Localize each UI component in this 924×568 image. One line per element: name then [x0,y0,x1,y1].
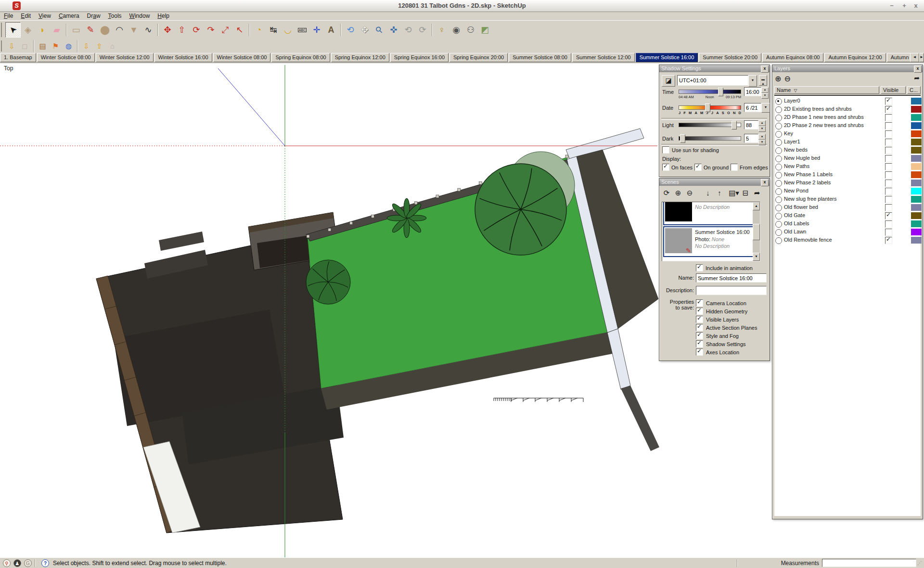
scene-tab-12[interactable]: Summer Solstice 20:00 [699,53,761,62]
scene-tab-10[interactable]: Summer Solstice 12:00 [572,53,635,62]
offset-tool-icon[interactable]: ↖ [232,23,247,37]
scene-tab-8[interactable]: Spring Equinox 20:00 [449,53,508,62]
line-tool-icon[interactable]: ✎ [83,23,98,37]
photo-textures-icon[interactable]: ▤ [36,40,49,52]
make-component-icon[interactable]: ◈ [21,23,35,37]
tab-scroll-left-button[interactable]: ◄ [910,53,919,62]
layer-radio[interactable] [775,205,782,211]
date-slider[interactable] [679,103,741,111]
layer-radio[interactable] [775,115,782,121]
layer-radio[interactable] [775,155,782,162]
layer-color-swatch[interactable] [911,98,922,104]
layer-visible-checkbox[interactable] [885,98,892,105]
on-ground-checkbox[interactable] [694,164,702,171]
layer-radio[interactable] [775,213,782,219]
dimension-tool-icon[interactable]: ↹ [266,23,281,37]
layer-radio[interactable] [775,237,782,244]
scene-list-item-1[interactable]: ✎Summer Solstice 16:00Photo: NoneNo Desc… [663,226,759,257]
layer-radio[interactable] [775,147,782,154]
scene-tab-4[interactable]: Winter Solstice 08:00 [213,53,271,62]
scene-tab-6[interactable]: Spring Equinox 12:00 [331,53,389,62]
layer-radio[interactable] [775,172,782,179]
layer-radio[interactable] [775,229,782,236]
shadow-settings-close-icon[interactable]: x [761,65,769,73]
layer-row-15[interactable]: Old Labels [774,220,921,228]
credit-status-icon[interactable]: ♟ [13,559,21,567]
help-icon[interactable]: ? [41,559,49,567]
layer-color-swatch[interactable] [911,171,922,178]
get-models-icon[interactable]: ⇩ [80,40,93,52]
layer-row-12[interactable]: New slug free planters [774,195,921,204]
rotate-tool-icon[interactable]: ⟳ [189,23,204,37]
scene-tab-7[interactable]: Spring Equinox 16:00 [390,53,449,62]
layer-row-10[interactable]: New Phase 2 labels [774,179,921,187]
move-scene-up-button[interactable]: ↑ [714,188,725,198]
layer-radio[interactable] [775,164,782,170]
light-slider[interactable] [679,121,741,129]
scroll-down-icon[interactable]: ▼ [753,253,760,261]
paint-bucket-icon[interactable]: ◗ [35,23,50,37]
layer-row-5[interactable]: Layer1 [774,138,921,146]
orbit-tool-icon[interactable]: ⟲ [343,23,358,37]
use-sun-checkbox[interactable] [662,146,669,154]
text-tool-icon[interactable]: ABC [295,23,309,37]
menu-camera[interactable]: Camera [55,12,83,20]
tab-scroll-right-button[interactable]: ► [919,53,924,62]
layer-row-3[interactable]: 2D Phase 2 new trees and shrubs [774,122,921,130]
scene-tab-5[interactable]: Spring Equinox 08:00 [271,53,330,62]
layer-color-swatch[interactable] [911,130,922,137]
view-options-button[interactable]: ▤▾ [729,188,739,198]
time-spinner[interactable]: ▲▼ [761,87,769,99]
layer-color-swatch[interactable] [911,180,922,186]
prop-checkbox-shadow-settings[interactable] [696,340,703,348]
layer-color-swatch[interactable] [911,212,922,219]
layer-radio[interactable] [775,196,782,203]
minimize-button[interactable]: − [886,2,897,10]
layer-row-6[interactable]: New beds [774,146,921,155]
menu-window[interactable]: Window [126,12,154,20]
scene-list-item-0[interactable]: Photo: NoneNo Description [663,202,759,225]
close-button[interactable]: x [911,2,921,10]
column-header-visible[interactable]: Visible [881,86,906,94]
layer-visible-checkbox[interactable] [885,212,892,219]
layer-visible-checkbox[interactable] [885,237,892,244]
date-dropdown-icon[interactable]: ▼ [761,103,770,113]
prop-checkbox-hidden-geometry[interactable] [696,308,703,315]
layer-visible-checkbox[interactable] [885,147,892,154]
protractor-tool-icon[interactable]: ◡ [281,23,295,37]
layer-row-2[interactable]: 2D Phase 1 new trees and shrubs [774,114,921,122]
scenes-titlebar[interactable]: Scenes x [659,179,770,186]
remove-layer-button[interactable]: ⊖ [784,74,790,83]
collapse-details-button[interactable]: ⊟ [740,188,751,198]
show-details-button[interactable]: ➦ [752,188,762,198]
layer-color-swatch[interactable] [911,139,922,145]
layer-color-swatch[interactable] [911,155,922,162]
layer-color-swatch[interactable] [911,122,922,129]
zoom-tool-icon[interactable]: ⚲ [372,23,386,37]
layer-visible-checkbox[interactable] [885,163,892,170]
scene-tab-13[interactable]: Autumn Equinox 08:00 [762,53,823,62]
dark-input[interactable] [744,134,758,143]
layer-color-swatch[interactable] [911,220,922,227]
remove-scene-button[interactable]: ⊖ [684,188,695,198]
layer-color-swatch[interactable] [911,163,922,170]
from-edges-checkbox[interactable] [731,164,738,171]
section-plane-tool-icon[interactable]: ◩ [478,23,492,37]
scene-tab-0[interactable]: 1. Basemap [0,53,36,62]
time-slider[interactable] [679,88,741,95]
time-input[interactable] [744,87,761,96]
column-header-name[interactable]: Name ▽ [774,86,879,94]
menu-file[interactable]: File [0,12,17,20]
layer-visible-checkbox[interactable] [885,196,892,203]
walk-tool-icon[interactable]: ⚇ [463,23,478,37]
menu-draw[interactable]: Draw [83,12,104,20]
layer-visible-checkbox[interactable] [885,204,892,211]
layer-color-swatch[interactable] [911,188,922,194]
scene-name-input[interactable] [696,273,767,283]
move-scene-down-button[interactable]: ↓ [703,188,713,198]
add-scene-button[interactable]: ⊕ [673,188,683,198]
toolbar-grip[interactable] [1,23,4,37]
polygon-tool-icon[interactable]: ▼ [127,23,141,37]
layer-color-swatch[interactable] [911,237,922,244]
layers-titlebar[interactable]: Layers x [772,65,923,72]
